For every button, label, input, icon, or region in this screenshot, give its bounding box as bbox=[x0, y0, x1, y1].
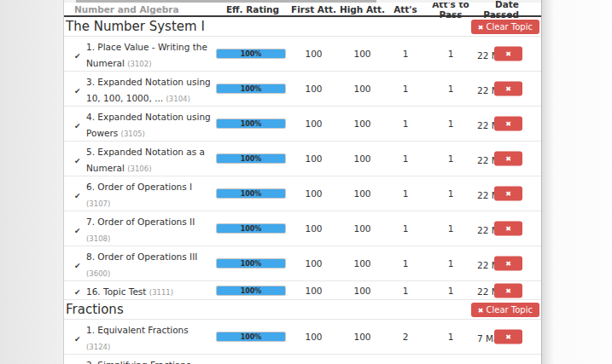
eff-rating-bar: 100% bbox=[216, 258, 286, 269]
eff-rating-bar: 100% bbox=[216, 118, 286, 129]
delete-topic-button[interactable]: ✖ bbox=[494, 283, 522, 298]
section-header: The Number System I ✖Clear Topic bbox=[64, 17, 541, 37]
eff-rating-label: 100% bbox=[217, 49, 285, 58]
atts-value: 1 bbox=[387, 223, 424, 234]
delete-topic-button[interactable]: ✖ bbox=[494, 152, 522, 166]
section-title: Fractions bbox=[64, 302, 124, 317]
first-att-value: 100 bbox=[289, 286, 338, 296]
topic-row: ✔ 3. Expanded Notation using 10, 100, 10… bbox=[64, 72, 541, 107]
delete-x-icon: ✖ bbox=[505, 155, 511, 163]
high-att-value: 100 bbox=[338, 332, 387, 342]
high-att-value: 100 bbox=[338, 188, 387, 199]
topic-code: (3108) bbox=[86, 234, 110, 243]
clear-topic-button[interactable]: ✖Clear Topic bbox=[471, 303, 539, 317]
completed-check-icon: ✔ bbox=[74, 122, 81, 130]
column-header-eff-rating: Eff. Rating bbox=[216, 4, 289, 14]
clear-topic-button[interactable]: ✖Clear Topic bbox=[471, 20, 539, 34]
atts-to-pass-value: 1 bbox=[424, 118, 477, 129]
first-att-value: 100 bbox=[289, 49, 338, 59]
atts-to-pass-value: 1 bbox=[424, 153, 477, 164]
eff-rating-bar: 100% bbox=[216, 286, 286, 296]
topic-row: ✔ 7. Order of Operations II (3108) 100% … bbox=[64, 211, 541, 246]
completed-check-icon: ✔ bbox=[74, 192, 81, 200]
topic-row: ✔ 8. Order of Operations III (3600) 100%… bbox=[64, 246, 541, 281]
atts-value: 2 bbox=[387, 332, 424, 342]
topic-label[interactable]: 16. Topic Test bbox=[86, 286, 149, 297]
topics-results-page: Number and Algebra Eff. Rating First Att… bbox=[0, 0, 612, 364]
topic-row: ✔ 16. Topic Test (3111) 100% 100 100 1 1… bbox=[64, 281, 541, 300]
topic-row: ✔ 1. Equivalent Fractions (3124) 100% 10… bbox=[64, 320, 541, 355]
horizontal-scrollbar-track[interactable] bbox=[64, 0, 541, 3]
topic-label[interactable]: 8. Order of Operations III bbox=[86, 251, 197, 262]
delete-topic-button[interactable]: ✖ bbox=[494, 257, 522, 271]
first-att-value: 100 bbox=[289, 153, 338, 164]
eff-rating-bar: 100% bbox=[216, 49, 286, 59]
completed-check-icon: ✔ bbox=[74, 157, 81, 165]
completed-check-icon: ✔ bbox=[74, 335, 81, 344]
page-left-gutter bbox=[0, 0, 64, 364]
eff-rating-label: 100% bbox=[217, 119, 285, 128]
eff-rating-bar: 100% bbox=[216, 223, 286, 234]
column-header-first-att: First Att. bbox=[289, 4, 338, 14]
delete-topic-button[interactable]: ✖ bbox=[494, 47, 522, 61]
high-att-value: 100 bbox=[338, 49, 387, 59]
topic-code: (3104) bbox=[166, 95, 190, 103]
page-right-gutter bbox=[541, 0, 612, 364]
eff-rating-label: 100% bbox=[217, 224, 285, 233]
completed-check-icon: ✔ bbox=[74, 262, 81, 270]
topics-table: Number and Algebra Eff. Rating First Att… bbox=[64, 0, 541, 364]
delete-topic-button[interactable]: ✖ bbox=[494, 117, 522, 131]
high-att-value: 100 bbox=[338, 258, 387, 269]
topic-label[interactable]: 1. Equivalent Fractions bbox=[86, 325, 189, 335]
horizontal-scrollbar-thumb[interactable] bbox=[76, 0, 376, 3]
completed-check-icon: ✔ bbox=[74, 288, 81, 297]
clear-x-icon: ✖ bbox=[478, 24, 484, 32]
delete-topic-button[interactable]: ✖ bbox=[494, 187, 522, 201]
high-att-value: 100 bbox=[338, 286, 387, 296]
topic-code: (3107) bbox=[86, 199, 110, 208]
delete-x-icon: ✖ bbox=[505, 50, 511, 58]
delete-x-icon: ✖ bbox=[505, 190, 511, 198]
eff-rating-label: 100% bbox=[217, 84, 285, 93]
first-att-value: 100 bbox=[289, 223, 338, 234]
column-header-atts: Att's bbox=[387, 4, 424, 14]
delete-topic-button[interactable]: ✖ bbox=[494, 222, 522, 236]
high-att-value: 100 bbox=[338, 223, 387, 234]
atts-value: 1 bbox=[387, 118, 424, 129]
delete-topic-button[interactable]: ✖ bbox=[494, 330, 522, 344]
atts-value: 1 bbox=[387, 188, 424, 199]
section-title: The Number System I bbox=[64, 19, 205, 34]
topic-label[interactable]: 3. Expanded Notation using 10, 100, 1000… bbox=[86, 77, 211, 103]
delete-x-icon: ✖ bbox=[505, 120, 511, 128]
topic-code: (3124) bbox=[86, 343, 110, 351]
delete-x-icon: ✖ bbox=[505, 260, 511, 268]
topic-row: ✔ 5. Expanded Notation as a Numeral (310… bbox=[64, 142, 541, 176]
atts-to-pass-value: 1 bbox=[424, 258, 477, 269]
topic-code: (3105) bbox=[121, 130, 145, 138]
eff-rating-bar: 100% bbox=[216, 153, 286, 164]
topic-row: ✔ 1. Place Value - Writing the Numeral (… bbox=[64, 37, 541, 72]
topic-label[interactable]: 4. Expanded Notation using Powers bbox=[86, 112, 211, 138]
clear-x-icon: ✖ bbox=[478, 307, 484, 315]
topic-code: (3600) bbox=[86, 269, 110, 278]
first-att-value: 100 bbox=[289, 188, 338, 199]
completed-check-icon: ✔ bbox=[74, 227, 81, 235]
delete-x-icon: ✖ bbox=[505, 333, 511, 341]
topic-label[interactable]: 7. Order of Operations II bbox=[86, 217, 195, 227]
delete-topic-button[interactable]: ✖ bbox=[494, 82, 522, 96]
first-att-value: 100 bbox=[289, 332, 338, 342]
topic-label[interactable]: 6. Order of Operations I bbox=[86, 182, 192, 192]
atts-to-pass-value: 1 bbox=[424, 84, 477, 94]
first-att-value: 100 bbox=[289, 118, 338, 129]
section-header: Fractions ✖Clear Topic bbox=[64, 300, 541, 320]
completed-check-icon: ✔ bbox=[74, 87, 81, 95]
completed-check-icon: ✔ bbox=[74, 52, 81, 61]
topic-label[interactable]: 2. Simplifying Fractions bbox=[86, 360, 190, 364]
eff-rating-label: 100% bbox=[217, 189, 285, 198]
atts-to-pass-value: 1 bbox=[424, 332, 477, 342]
topic-row: ✔ 6. Order of Operations I (3107) 100% 1… bbox=[64, 176, 541, 211]
column-header-high-att: High Att. bbox=[338, 4, 387, 14]
high-att-value: 100 bbox=[338, 84, 387, 94]
delete-x-icon: ✖ bbox=[505, 85, 511, 93]
atts-value: 1 bbox=[387, 49, 424, 59]
